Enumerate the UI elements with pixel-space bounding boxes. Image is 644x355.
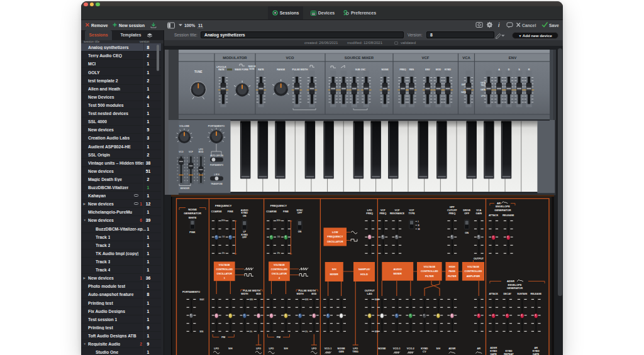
svg-text:PULSE WIDTH: PULSE WIDTH: [292, 68, 308, 70]
svg-text:AR: AR: [477, 346, 480, 349]
svg-text:FREQ: FREQ: [366, 212, 373, 215]
svg-text:FINE: FINE: [283, 210, 289, 213]
svg-text:S/H: S/H: [436, 346, 441, 349]
svg-text:HIGH: HIGH: [449, 265, 455, 268]
svg-text:PORTAMENTO: PORTAMENTO: [182, 290, 200, 293]
svg-text:SAMPLE/: SAMPLE/: [358, 268, 370, 271]
svg-text:FREQUENCY: FREQUENCY: [270, 204, 287, 207]
svg-text:ON: ON: [298, 231, 302, 233]
svg-text:OFF: OFF: [242, 236, 247, 239]
svg-text:GATE: GATE: [461, 91, 466, 94]
svg-text:NOISE: NOISE: [378, 346, 386, 349]
svg-text:OUTPUT: OUTPUT: [474, 256, 484, 259]
svg-text:TRIG: TRIG: [353, 349, 358, 352]
svg-text:REPEAT: REPEAT: [504, 352, 514, 355]
svg-text:NOISE: NOISE: [249, 67, 254, 70]
svg-text:OSCILLATOR: OSCILLATOR: [217, 272, 233, 275]
svg-text:2Hz: 2Hz: [222, 252, 226, 254]
svg-text:VCF: VCF: [422, 56, 430, 60]
svg-text:III: III: [418, 227, 420, 230]
svg-text:100%: 100%: [184, 23, 195, 28]
svg-text:Cancel: Cancel: [522, 23, 536, 28]
svg-text:COARSE: COARSE: [211, 210, 222, 213]
svg-text:S/H: S/H: [228, 346, 233, 349]
svg-text:VCF: VCF: [395, 209, 400, 212]
svg-text:MIN: MIN: [200, 330, 204, 333]
svg-text:SYNC: SYNC: [296, 209, 303, 211]
svg-text:GENERATOR: GENERATOR: [507, 287, 523, 290]
svg-text:CONTROLLED: CONTROLLED: [421, 270, 438, 273]
svg-text:ON: ON: [243, 214, 247, 217]
svg-text:VOLTAGE: VOLTAGE: [423, 265, 435, 268]
svg-text:PULSE WIDTH: PULSE WIDTH: [243, 288, 260, 292]
svg-text:ENV: ENV: [425, 68, 430, 70]
svg-text:BENDER: BENDER: [180, 187, 190, 190]
svg-text:GENERATOR: GENERATOR: [184, 211, 201, 214]
svg-text:R: R: [528, 68, 530, 70]
svg-text:CONTROLLED: CONTROLLED: [216, 268, 233, 270]
svg-text:SUB OSC: SUB OSC: [355, 68, 366, 70]
svg-text:KYBD: KYBD: [241, 233, 248, 236]
svg-text:MIN: MIN: [305, 298, 308, 301]
svg-text:WHITE: WHITE: [189, 216, 197, 219]
svg-text:MIXER: MIXER: [330, 272, 338, 275]
svg-text:VOLTAGE: VOLTAGE: [219, 263, 230, 266]
svg-text:LFO: LFO: [269, 346, 274, 349]
svg-text:0%: 0%: [305, 330, 308, 333]
svg-text:11: 11: [198, 23, 203, 28]
svg-text:RELEASE: RELEASE: [502, 214, 514, 217]
svg-text:LOW: LOW: [332, 231, 338, 234]
svg-text:MODULATOR: MODULATOR: [223, 56, 247, 60]
svg-text:FREQUENCY: FREQUENCY: [327, 235, 343, 238]
svg-text:COARSE: COARSE: [266, 210, 277, 213]
svg-text:I: I: [418, 220, 419, 222]
svg-text:RESONANCE: RESONANCE: [390, 212, 405, 215]
svg-text:2KHz: 2KHz: [277, 219, 282, 221]
svg-text:ENV: ENV: [509, 56, 516, 60]
svg-text:TRIG: TRIG: [480, 84, 486, 86]
svg-text:Save: Save: [549, 23, 559, 28]
svg-text:MAX: MAX: [200, 298, 205, 301]
svg-text:MIXER: MIXER: [394, 272, 402, 275]
svg-text:AR: AR: [497, 201, 501, 204]
svg-text:GEN: GEN: [338, 349, 344, 352]
svg-text:ENVELOPE: ENVELOPE: [496, 205, 510, 208]
svg-text:LFO: LFO: [311, 346, 316, 349]
svg-text:New session: New session: [119, 23, 145, 28]
svg-text:GAIN: GAIN: [475, 212, 482, 215]
svg-text:S/H: S/H: [332, 268, 336, 271]
svg-text:TRANSPOSE: TRANSPOSE: [211, 182, 223, 185]
svg-text:MOD: MOD: [436, 68, 441, 70]
svg-text:TYPE: TYPE: [408, 212, 415, 215]
svg-text:FREQ: FREQ: [379, 212, 386, 215]
svg-text:LFO: LFO: [256, 346, 261, 349]
svg-text:ENV: ENV: [462, 84, 465, 86]
svg-text:MOD: MOD: [256, 292, 261, 295]
svg-text:KYBD: KYBD: [445, 68, 452, 70]
svg-text:FILTER: FILTER: [448, 274, 457, 277]
svg-text:FREQ: FREQ: [448, 212, 455, 215]
svg-text:i: i: [498, 22, 500, 28]
svg-text:VCA: VCA: [462, 56, 470, 60]
svg-text:D: D: [508, 68, 510, 70]
svg-text:GATE: GATE: [533, 352, 540, 355]
svg-text:NOISE: NOISE: [188, 207, 197, 210]
svg-text:ATTACK: ATTACK: [489, 214, 499, 217]
svg-text:100: 100: [277, 236, 280, 238]
svg-text:PINK: PINK: [189, 230, 195, 233]
svg-text:CONTROLLED: CONTROLLED: [271, 268, 288, 270]
svg-text:PORTAMENTO: PORTAMENTO: [208, 124, 225, 127]
svg-text:0%: 0%: [250, 330, 253, 333]
svg-text:KYBD: KYBD: [241, 212, 248, 214]
svg-text:AUTO OFF ON: AUTO OFF ON: [210, 155, 223, 157]
svg-text:FILTER: FILTER: [425, 274, 434, 277]
svg-text:AMPLIFIER: AMPLIFIER: [467, 274, 480, 277]
svg-text:VOLUME: VOLUME: [179, 124, 190, 127]
svg-text:AUDIO: AUDIO: [394, 267, 402, 270]
svg-text:RELEASE: RELEASE: [530, 293, 541, 295]
svg-text:II: II: [418, 224, 419, 226]
svg-text:VCF: VCF: [189, 151, 193, 153]
svg-text:AUDIO: AUDIO: [241, 209, 248, 211]
svg-text:VCO-2: VCO-2: [407, 346, 415, 349]
svg-text:SUSTAIN: SUSTAIN: [517, 293, 527, 295]
